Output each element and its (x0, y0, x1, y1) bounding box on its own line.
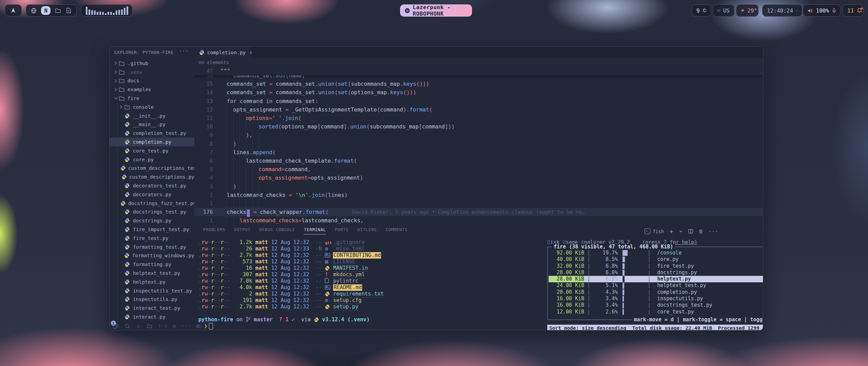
tab-completion-py[interactable]: completion.py (194, 47, 251, 58)
file-tree-item-inspectutils.py[interactable]: inspectutils.py (110, 295, 194, 304)
code-line[interactable]: 14commands_set = commands_set.union(set(… (194, 88, 763, 97)
code-line[interactable]: 1lastcommand_checks=lastcommand_checks, (194, 216, 763, 225)
file-tree-item-.github[interactable]: .github (110, 59, 194, 68)
workspace-files[interactable] (55, 6, 61, 15)
panel-tab-output[interactable]: OUTPUT (234, 227, 251, 235)
code-line[interactable]: 10sorted(options_map[command].union(subc… (194, 122, 763, 131)
dua-entry-helptext.py[interactable]: 28.00 KiB | 6.0% | helptext.py (549, 276, 763, 282)
code-line[interactable]: 15commands_set = commands_set.union(set(… (194, 80, 763, 88)
file-tree-item-console[interactable]: console (110, 103, 194, 111)
now-playing-widget[interactable]: Lazerpunk - ROBOPHONK (400, 4, 472, 17)
file-tree-item-completion.py[interactable]: completion.py (110, 138, 194, 146)
file-tree-item-__main__.py[interactable]: __main__.py (110, 120, 194, 129)
explorer-more-button[interactable]: ··· (179, 48, 188, 54)
chevron-down-icon[interactable] (679, 230, 683, 232)
code-line[interactable]: 1 (194, 199, 763, 208)
file-tree-item-docstrings_fuzz_test.py[interactable]: docstrings_fuzz_test.py (110, 199, 194, 208)
file-tree-item-docs[interactable]: docs (110, 77, 194, 85)
dua-entry-fire_test.py[interactable]: 32.00 KiB | 6.8% | fire_test.py (549, 263, 763, 269)
notifications-widget[interactable]: 11 (843, 4, 863, 17)
file-tree-item-decorators.py[interactable]: decorators.py (110, 190, 194, 199)
file-tree-item-fire_import_test.py[interactable]: fire_import_test.py (110, 225, 194, 234)
panel-tab-terminal[interactable]: TERMINAL (304, 227, 326, 235)
launcher-button[interactable] (5, 4, 22, 17)
code-line[interactable]: 3) (194, 182, 763, 191)
dua-entry-helptext_test.py[interactable]: 24.00 KiB | 5.1% | helptext_test.py (549, 282, 763, 289)
file-tree-item-inspectutils_test.py[interactable]: inspectutils_test.py (110, 286, 194, 295)
file-tree-item-interact.py[interactable]: interact.py (110, 312, 194, 321)
search-icon[interactable] (125, 323, 130, 329)
audio-visualizer-widget[interactable] (81, 4, 133, 17)
code-line[interactable]: 9), (194, 131, 763, 139)
dua-entry-core.py[interactable]: 40.00 KiB | 8.5% | core.py (549, 256, 763, 263)
panel-tab-problems[interactable]: PROBLEMS (203, 227, 225, 235)
windows-stack-icon[interactable]: 1 (113, 323, 118, 329)
dua-entry-docstrings_test.py[interactable]: 16.00 KiB | 3.4% | docstrings_test.py (549, 302, 763, 308)
breadcrumb[interactable]: no elements (194, 58, 763, 66)
file-tree-item-formatting_windows.py[interactable]: formatting_windows.py (110, 251, 194, 260)
new-terminal-button[interactable]: + (670, 228, 673, 235)
more-icon[interactable]: ··· (183, 323, 189, 329)
file-tree-item-docstrings.py[interactable]: docstrings.py (110, 216, 194, 225)
dua-entry-docstrings.py[interactable]: 28.00 KiB | 6.0% | docstrings.py (549, 269, 763, 276)
run-debug-icon[interactable]: ▷ (137, 323, 140, 329)
code-view[interactable]: 16commands_set.add(name)15commands_set =… (194, 66, 763, 226)
code-line[interactable]: 6lastcommand_check_template.format( (194, 157, 763, 165)
panel-tab-comments[interactable]: COMMENTS (386, 227, 408, 235)
code-line-current[interactable]: 176checks = check_wrapper.format(David B… (194, 208, 763, 216)
dua-entry-completion.py[interactable]: 20.00 KiB | 4.3% | completion.py (549, 289, 763, 296)
file-tree-item-completion_test.py[interactable]: completion_test.py (110, 129, 194, 138)
code-line[interactable]: 13for command in commands_set: (194, 97, 763, 105)
trash-icon[interactable] (699, 229, 703, 234)
workspace-code-active[interactable]: N (41, 6, 51, 15)
file-tree-item-decorators_test.py[interactable]: decorators_test.py (110, 181, 194, 190)
brackets-icon[interactable]: (··) (159, 323, 165, 329)
weather-widget[interactable]: ☀ 29° (736, 4, 758, 17)
split-terminal-icon[interactable] (688, 229, 693, 233)
file-tree-item-fire_test.py[interactable]: fire_test.py (110, 234, 194, 243)
workspace-browser[interactable] (31, 6, 37, 15)
clock-widget[interactable]: 12:40:24 (762, 4, 802, 17)
file-tree-item-core.py[interactable]: core.py (110, 155, 194, 164)
file-tree-item-formatting.py[interactable]: formatting.py (110, 260, 194, 269)
code-line[interactable]: 4opts_assignment=opts_assignment) (194, 174, 763, 182)
code-line[interactable]: 5command=command, (194, 165, 763, 174)
file-tree-item-formatting_test.py[interactable]: formatting_test.py (110, 243, 194, 251)
keyboard-layout-widget[interactable]: US (713, 4, 734, 17)
code-line[interactable]: 7lines.append( (194, 148, 763, 157)
listing-filename: mkdocs.yml (333, 271, 364, 278)
panel-more-button[interactable]: ··· (709, 229, 718, 234)
file-tree-item-custom_descriptions.py[interactable]: custom_descriptions.py (110, 172, 194, 181)
file-tree-item-fire[interactable]: fire (110, 94, 194, 103)
history-icon[interactable]: ◷ (173, 323, 176, 329)
dua-entry-inspectutils.py[interactable]: 16.00 KiB | 3.4% | inspectutils.py (549, 296, 763, 302)
file-tree-item-custom_descriptions_test.[interactable]: custom_descriptions_test.… (110, 164, 194, 173)
terminal-dua[interactable]: Disk Usage Analyzer v2.29.2 (press ? for… (547, 239, 763, 246)
panel-tab-ports[interactable]: PORTS (335, 227, 349, 235)
updates-widget[interactable]: 9 © (692, 4, 711, 17)
terminal-fish[interactable]: .rw-r--r-- 1.2k matt 12 Aug 12:32 -- git… (198, 239, 459, 329)
folder-icon[interactable] (147, 323, 152, 329)
panel-tab-gitlens[interactable]: GITLENS (357, 227, 377, 235)
shell-input-line[interactable]: ○❯ (198, 323, 459, 329)
audio-widget[interactable]: 100% (803, 4, 841, 17)
code-line[interactable]: 8) (194, 140, 763, 148)
file-tree-item-core_test.py[interactable]: core_test.py (110, 146, 194, 155)
dua-entry-core_test.py[interactable]: 12.00 KiB | 2.6% | core_test.py (549, 309, 763, 315)
active-shell-label[interactable]: >_ fish (645, 228, 664, 234)
file-tree-item-__init__.py[interactable]: __init__.py (110, 111, 194, 120)
panel-tab-debug-console[interactable]: DEBUG CONSOLE (259, 227, 295, 235)
workspace-notes[interactable] (65, 6, 72, 15)
code-line[interactable]: 11options=' '.join( (194, 114, 763, 122)
file-tree-item-examples[interactable]: examples (110, 85, 194, 94)
file-tree-item-.venv[interactable]: .venv (110, 68, 194, 77)
code-line[interactable]: 12opts_assignment = _GetOptsAssignmentTe… (194, 105, 763, 114)
file-tree-item-helptext.py[interactable]: helptext.py (110, 278, 194, 286)
sticky-scroll-line[interactable]: 47 """ (194, 66, 763, 75)
code-line[interactable]: 2lastcommand_checks = '\n'.join(lines) (194, 191, 763, 199)
file-tree-item-helptext_test.py[interactable]: helptext_test.py (110, 269, 194, 278)
dua-entry-console[interactable]: 92.00 KiB | 19.7% | /console (549, 250, 763, 256)
file-tree-item-interact_test.py[interactable]: interact_test.py (110, 304, 194, 312)
file-tree-item-docstrings_test.py[interactable]: docstrings_test.py (110, 208, 194, 217)
dua-entries-box: fire (38 visible, 47 total, 468.00 KiB) … (547, 247, 763, 320)
